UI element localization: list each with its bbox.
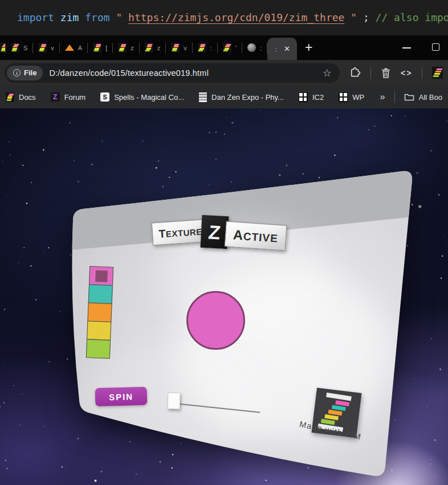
code-token-url-link[interactable]: https://zimjs.org/cdn/019/zim_three	[128, 11, 344, 23]
code-token-quote-close: "	[351, 11, 357, 23]
bookmark-label: WP	[352, 93, 364, 102]
swatch-button[interactable]	[88, 284, 113, 304]
bookmark-item[interactable]: IC2	[299, 92, 324, 102]
zim-favicon	[6, 92, 14, 102]
swatch-button[interactable]	[87, 321, 111, 341]
tab-title: v	[184, 45, 187, 51]
zim-favicon	[0, 43, 5, 52]
code-token-import: import	[17, 11, 60, 23]
active-tab-label: :	[275, 46, 277, 52]
code-editor-line: import zim from " https://zimjs.org/cdn/…	[0, 0, 448, 35]
bookmarks-divider	[394, 91, 395, 103]
grid-favicon	[299, 92, 308, 102]
info-icon: i	[13, 69, 21, 76]
logo-active-label: ACTIVE	[233, 227, 279, 245]
tab-title: :	[210, 45, 212, 51]
browser-tab[interactable]: v	[33, 38, 59, 58]
swatch-selected-indicator	[95, 270, 108, 282]
triangle-favicon	[65, 45, 74, 51]
code-token-quote-open: "	[116, 11, 122, 23]
file-scheme-chip[interactable]: i File	[7, 66, 43, 80]
tab-title: z	[131, 45, 134, 51]
new-tab-button[interactable]: +	[305, 40, 312, 55]
spin-button-label: SPIN	[109, 391, 133, 402]
grid-favicon	[339, 92, 348, 102]
swatch-button[interactable]	[86, 339, 111, 359]
extensions-puzzle-icon[interactable]	[349, 67, 361, 79]
browser-tab[interactable]: S	[6, 38, 32, 58]
bookmark-star-icon[interactable]: ☆	[323, 67, 332, 79]
spin-button[interactable]: SPIN	[95, 387, 148, 406]
textureactive-3d-scene[interactable]: TEXTURE Z ACTIVE SPIN Made with ZIM	[0, 108, 448, 485]
toolbar-divider	[422, 67, 422, 79]
tab-title: A	[78, 45, 82, 51]
browser-tab[interactable]: z	[140, 38, 166, 58]
tab-title: [	[105, 45, 107, 51]
logo-texture-label: TEXTURE	[158, 224, 203, 240]
logo-z-letter: Z	[207, 222, 222, 242]
color-target-circle[interactable]	[186, 291, 245, 350]
zim-favicon	[171, 43, 180, 52]
all-bookmarks-label: All Boo	[419, 93, 442, 102]
browser-tab[interactable]: '	[218, 38, 242, 58]
bookmark-label: IC2	[312, 93, 324, 102]
browser-tab[interactable]: z	[113, 38, 139, 58]
zim-favicon	[11, 43, 19, 52]
tab-title: '	[235, 45, 237, 51]
bookmark-item[interactable]: ZForum	[51, 92, 86, 102]
bookmark-item[interactable]: Docs	[6, 92, 36, 102]
bookmark-item[interactable]: SSpells - Magical Co...	[100, 92, 184, 102]
tab-title: v	[51, 45, 54, 51]
stripes-favicon	[199, 92, 207, 102]
window-minimize-button[interactable]	[402, 47, 411, 48]
spells-favicon: S	[100, 92, 109, 102]
globe-favicon	[247, 43, 256, 52]
bookmarks-right-group: » All Boo	[380, 91, 442, 103]
window-maximize-button[interactable]	[432, 43, 439, 51]
forum-z-favicon: Z	[51, 92, 60, 102]
slider-knob[interactable]	[168, 393, 181, 410]
tab-title: S	[23, 45, 27, 51]
browser-tab[interactable]: :	[193, 38, 217, 58]
bookmark-label: Docs	[19, 93, 36, 102]
zim-favicon	[223, 43, 231, 52]
zim-favicon	[198, 43, 206, 52]
code-token-semicolon: ;	[363, 11, 376, 23]
toolbar-extension-icons: <>	[349, 67, 443, 79]
clipped-tab[interactable]	[0, 38, 5, 58]
zim-extension-icon[interactable]	[432, 67, 443, 79]
active-tab[interactable]: : ✕	[267, 38, 297, 60]
bookmark-label: Dan Zen Expo - Phy...	[211, 93, 284, 102]
address-bar[interactable]: i File D:/danzen/code/015/textureactive0…	[5, 63, 340, 83]
code-token-module: zim	[60, 11, 85, 23]
bookmark-item[interactable]: Dan Zen Expo - Phy...	[199, 92, 284, 102]
z-top-bar	[326, 393, 352, 401]
trash-icon[interactable]	[381, 67, 391, 79]
all-bookmarks-button[interactable]: All Boo	[404, 92, 442, 102]
browser-tab[interactable]: A	[60, 38, 87, 58]
code-brackets-icon[interactable]: <>	[401, 68, 412, 78]
bookmarks-bar: DocsZForumSSpells - Magical Co...Dan Zen…	[0, 86, 448, 108]
browser-tab[interactable]: [	[88, 38, 112, 58]
browser-tab-strip: SvA[zzv:'; : ✕ +	[0, 35, 448, 60]
bookmark-label: Spells - Magical Co...	[114, 93, 184, 102]
file-chip-label: File	[24, 68, 36, 77]
zim-favicon	[118, 43, 127, 52]
tab-title: z	[157, 45, 161, 51]
zim-favicon	[38, 43, 47, 52]
zim-favicon	[145, 43, 153, 52]
close-tab-icon[interactable]: ✕	[284, 45, 290, 53]
zim-favicon	[93, 43, 101, 52]
browser-tab[interactable]: ;	[242, 38, 267, 58]
swatch-button[interactable]	[89, 266, 113, 286]
browser-tab[interactable]: v	[166, 38, 192, 58]
bookmark-item[interactable]: WP	[339, 92, 364, 102]
url-text[interactable]: D:/danzen/code/015/textureactive019.html	[49, 68, 209, 78]
code-token-from: from	[85, 11, 116, 23]
tab-title: ;	[260, 45, 262, 51]
toolbar-divider	[370, 67, 371, 79]
color-swatch-picker	[86, 266, 113, 359]
bookmarks-overflow-chevron[interactable]: »	[380, 91, 385, 103]
bookmark-label: Forum	[64, 93, 86, 102]
swatch-button[interactable]	[87, 302, 112, 322]
